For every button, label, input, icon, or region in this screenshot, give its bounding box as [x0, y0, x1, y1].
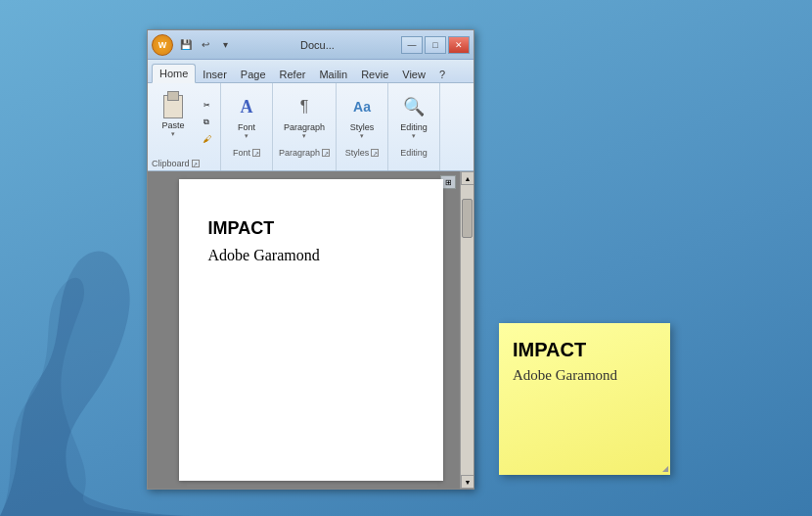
- paste-dropdown-icon: ▾: [171, 130, 175, 138]
- format-painter-button[interactable]: 🖌: [197, 131, 216, 147]
- paragraph-group-label: Paragraph ↗: [279, 148, 330, 158]
- doc-text-garamond: Adobe Garamond: [208, 247, 414, 264]
- styles-dropdown-icon: ▾: [360, 132, 364, 140]
- paragraph-group: ¶ Paragraph ▾ Paragraph ↗: [273, 83, 337, 170]
- tab-home[interactable]: Home: [152, 64, 196, 83]
- clipboard-expand-icon[interactable]: ↗: [192, 160, 200, 167]
- editing-label: Editing: [400, 122, 428, 132]
- editing-button[interactable]: 🔍 Editing ▾: [394, 87, 433, 146]
- font-group-label: Font ↗: [233, 148, 260, 158]
- scissors-icon: ✂: [203, 101, 210, 110]
- document-page: IMPACT Adobe Garamond: [179, 179, 443, 481]
- paste-icon: [159, 91, 187, 118]
- font-expand-icon[interactable]: ↗: [252, 149, 260, 157]
- window-title: Docu...: [300, 39, 335, 51]
- save-quick-button[interactable]: 💾: [177, 36, 195, 54]
- ribbon-content: Paste ▾ ✂ ⧉ 🖌 Clipboard ↗: [148, 83, 474, 171]
- copy-icon: ⧉: [203, 117, 209, 127]
- quick-access-toolbar: 💾 ↩ ▾: [177, 36, 234, 54]
- sticky-impact-text: IMPACT: [513, 339, 656, 361]
- styles-button[interactable]: Aa Styles ▾: [342, 87, 382, 146]
- tab-insert[interactable]: Inser: [196, 66, 233, 82]
- minimize-button[interactable]: —: [401, 36, 423, 54]
- paste-label: Paste: [161, 120, 184, 130]
- styles-group-label: Styles ↗: [345, 148, 380, 158]
- editing-icon: 🔍: [400, 93, 428, 120]
- font-label: Font: [238, 122, 255, 132]
- paintbrush-icon: 🖌: [203, 134, 211, 144]
- sticky-note: IMPACT Adobe Garamond ◢: [499, 323, 670, 475]
- tab-view[interactable]: View: [395, 66, 432, 82]
- tab-references[interactable]: Refer: [273, 66, 313, 82]
- undo-quick-button[interactable]: ↩: [197, 36, 214, 54]
- font-icon: A: [233, 93, 260, 120]
- styles-expand-icon[interactable]: ↗: [371, 149, 379, 157]
- scroll-thumb[interactable]: [462, 199, 473, 238]
- cut-button[interactable]: ✂: [197, 98, 216, 114]
- tab-page[interactable]: Page: [234, 66, 273, 82]
- sticky-resize-handle[interactable]: ◢: [662, 464, 668, 473]
- doc-text-impact: IMPACT: [208, 218, 414, 239]
- editing-dropdown-icon: ▾: [412, 132, 416, 140]
- close-button[interactable]: ✕: [448, 36, 470, 54]
- document-area: ⊞ IMPACT Adobe Garamond ▲ ▼: [148, 171, 474, 489]
- tab-help[interactable]: ?: [432, 66, 452, 82]
- vertical-scrollbar[interactable]: ▲ ▼: [460, 171, 474, 489]
- scroll-down-arrow[interactable]: ▼: [461, 475, 474, 489]
- copy-button[interactable]: ⧉: [197, 115, 216, 130]
- paragraph-button[interactable]: ¶ Paragraph ▾: [285, 87, 324, 146]
- editing-group-label: Editing: [400, 148, 428, 158]
- sticky-garamond-text: Adobe Garamond: [513, 367, 656, 384]
- paragraph-label: Paragraph: [284, 122, 325, 132]
- styles-label: Styles: [350, 122, 375, 132]
- tab-review[interactable]: Revie: [354, 66, 395, 82]
- paste-button[interactable]: Paste ▾: [152, 87, 195, 142]
- clipboard-small-buttons: ✂ ⧉ 🖌: [197, 87, 216, 157]
- ribbon-tabs: Home Inser Page Refer Mailin Revie View …: [148, 60, 474, 83]
- quick-access-dropdown[interactable]: ▾: [216, 36, 234, 54]
- paragraph-dropdown-icon: ▾: [302, 132, 306, 140]
- editing-group: 🔍 Editing ▾ Editing: [388, 83, 440, 170]
- scroll-up-arrow[interactable]: ▲: [461, 171, 474, 185]
- styles-group: Aa Styles ▾ Styles ↗: [337, 83, 388, 170]
- office-button[interactable]: W: [152, 34, 173, 56]
- clipboard-group-label: Clipboard ↗: [152, 159, 216, 168]
- font-button[interactable]: A Font ▾: [227, 87, 266, 146]
- maximize-button[interactable]: □: [425, 36, 446, 54]
- window-controls: — □ ✕: [401, 36, 470, 54]
- styles-icon: Aa: [348, 93, 376, 120]
- font-dropdown-icon: ▾: [245, 132, 248, 140]
- tab-mailings[interactable]: Mailin: [312, 66, 354, 82]
- paragraph-icon: ¶: [291, 93, 318, 120]
- word-window: W 💾 ↩ ▾ Docu... — □ ✕ Home Inser Page Re…: [147, 29, 474, 490]
- paragraph-expand-icon[interactable]: ↗: [322, 149, 330, 157]
- clipboard-group: Paste ▾ ✂ ⧉ 🖌 Clipboard ↗: [148, 83, 221, 170]
- title-bar: W 💾 ↩ ▾ Docu... — □ ✕: [148, 30, 474, 60]
- font-group: A Font ▾ Font ↗: [221, 83, 273, 170]
